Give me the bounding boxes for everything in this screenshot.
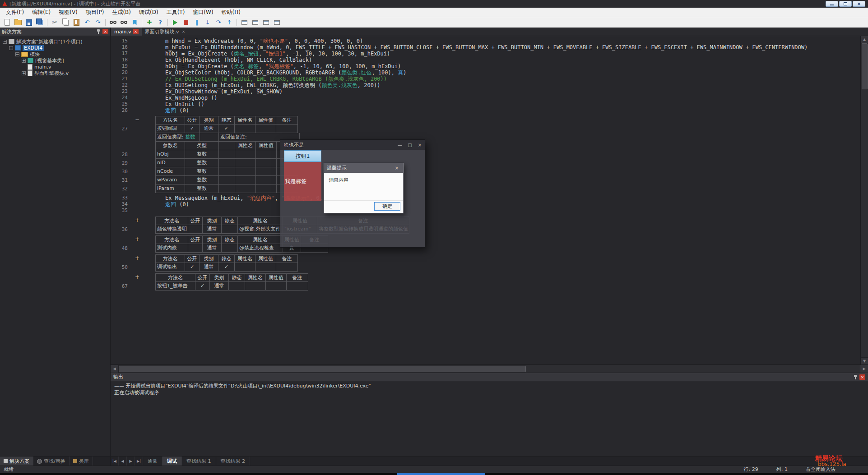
table-cell[interactable] xyxy=(255,263,276,272)
table-header-cell[interactable]: 类别 xyxy=(203,217,222,225)
vertical-scroll-thumb[interactable] xyxy=(862,43,868,89)
table-header-cell[interactable]: 参数名 xyxy=(156,142,185,150)
table-cell[interactable]: 返回值类型: 整数 xyxy=(156,133,200,142)
close-tab-icon[interactable]: × xyxy=(181,29,186,34)
table-cell[interactable] xyxy=(245,282,266,291)
window-layout-1-icon[interactable] xyxy=(239,18,249,27)
expander-icon[interactable]: + xyxy=(22,59,26,63)
vertical-scrollbar[interactable]: ▲ ▼ xyxy=(860,36,868,364)
table-cell[interactable] xyxy=(219,184,235,193)
table-cell[interactable]: 颜色转换透明 xyxy=(156,225,188,234)
table-cell[interactable] xyxy=(256,167,277,176)
editor-tab[interactable]: 界面引擎模块.v× xyxy=(142,28,190,36)
table-header-cell[interactable]: 方法名 xyxy=(156,254,185,263)
table-header-cell[interactable]: 类别 xyxy=(203,235,222,244)
table-header-cell[interactable]: 方法名 xyxy=(156,116,185,125)
window-layout-3-icon[interactable] xyxy=(261,18,271,27)
table-header-cell[interactable]: 公开 xyxy=(185,254,200,263)
tree-item[interactable]: −模块 xyxy=(0,51,110,57)
table-cell[interactable]: 通常 xyxy=(200,125,218,133)
table-header-cell[interactable]: 备注 xyxy=(276,254,298,263)
code-line[interactable]: 22Ex_DUISetLong (m_hExDui, EWL_CRBKG, 颜色… xyxy=(111,82,861,88)
table-header-cell[interactable]: 方法名 xyxy=(156,217,188,225)
table-header-cell[interactable]: 属性名 xyxy=(245,273,266,282)
fold-marker[interactable]: + xyxy=(133,235,155,244)
table-cell[interactable]: hObj xyxy=(156,150,185,159)
debug-app-titlebar[interactable]: 啥也不是 — □ × xyxy=(280,140,425,150)
help-icon[interactable]: ? xyxy=(155,18,165,27)
ok-button[interactable]: 确定 xyxy=(374,202,400,211)
fold-marker[interactable]: + xyxy=(133,217,155,225)
table-cell[interactable] xyxy=(256,176,277,184)
code-line[interactable]: 24Ex_WndMsgLoop () xyxy=(111,95,861,101)
table-cell[interactable] xyxy=(219,176,235,184)
output-tab[interactable]: 查找结果 2 xyxy=(216,457,251,466)
table-cell[interactable]: 整数 xyxy=(185,176,219,184)
table-header-cell[interactable] xyxy=(219,142,235,150)
code-line[interactable]: 20Ex_ObjSetColor (hObj, COLOR_EX_BACKGRO… xyxy=(111,69,861,76)
table-cell[interactable]: 通常 xyxy=(203,244,222,253)
table-cell[interactable]: lParam xyxy=(156,184,185,193)
table-header-cell[interactable]: 类型 xyxy=(185,142,219,150)
nav-first-icon[interactable]: |◀ xyxy=(111,457,119,466)
table-header-cell[interactable]: 属性名 xyxy=(235,142,256,150)
tree-item[interactable]: main.v xyxy=(0,64,110,70)
undo-icon[interactable]: ↶ xyxy=(82,18,92,27)
tree-item[interactable]: +界面引擎模块.v xyxy=(0,70,110,76)
table-cell[interactable] xyxy=(219,150,235,159)
table-cell[interactable]: @视窗.外部头文件 xyxy=(238,225,283,234)
table-cell[interactable] xyxy=(255,125,276,133)
nav-next-icon[interactable]: ▶ xyxy=(127,457,135,466)
table-cell[interactable] xyxy=(235,263,255,272)
code-line[interactable]: 35 xyxy=(111,208,861,214)
side-tab[interactable]: 查找/替换 xyxy=(33,457,70,466)
table-header-cell[interactable]: 公开 xyxy=(188,235,203,244)
open-file-icon[interactable] xyxy=(13,18,23,27)
scroll-left-icon[interactable]: ◀ xyxy=(111,365,119,373)
save-all-icon[interactable] xyxy=(35,18,45,27)
menu-item[interactable]: 项目(P) xyxy=(82,8,108,17)
table-header-cell[interactable]: 属性名 xyxy=(235,254,255,263)
side-tab[interactable]: 解决方案 xyxy=(0,457,33,466)
break-all-icon[interactable]: ‖ xyxy=(192,18,202,27)
step-out-icon[interactable]: ↑ xyxy=(224,18,234,27)
table-cell[interactable] xyxy=(222,225,238,234)
menu-item[interactable]: 视图(V) xyxy=(55,8,82,17)
scroll-down-icon[interactable]: ▼ xyxy=(861,357,868,364)
table-header-cell[interactable]: 类别 xyxy=(210,273,229,282)
minimize-button[interactable] xyxy=(826,1,838,7)
menu-item[interactable]: 工具(T) xyxy=(162,8,189,17)
table-cell[interactable]: 整数 xyxy=(185,150,219,159)
bookmark-icon[interactable] xyxy=(130,18,139,27)
table-cell[interactable] xyxy=(219,167,235,176)
table-header-cell[interactable]: 属性值 xyxy=(266,273,287,282)
table-cell[interactable]: 通常 xyxy=(210,282,229,291)
find-icon[interactable] xyxy=(108,18,118,27)
menu-item[interactable]: 生成(B) xyxy=(108,8,135,17)
panel-close-icon[interactable]: × xyxy=(102,29,108,34)
table-cell[interactable]: @禁止流程检查 xyxy=(238,244,283,253)
redo-icon[interactable]: ↷ xyxy=(93,18,103,27)
output-tab[interactable]: 调试 xyxy=(162,457,182,466)
side-tab[interactable]: 类库 xyxy=(70,457,93,466)
table-header-cell[interactable]: 方法名 xyxy=(156,235,188,244)
message-box-titlebar[interactable]: 温馨提示 × xyxy=(324,163,403,173)
fold-marker[interactable]: − xyxy=(133,116,155,125)
table-cell[interactable] xyxy=(235,150,256,159)
find-in-files-icon[interactable] xyxy=(119,18,129,27)
tree-item[interactable]: +[视窗基本类] xyxy=(0,57,110,64)
table-cell[interactable] xyxy=(188,244,203,253)
tree-item[interactable]: −解决方案"新建项目"(1个项目) xyxy=(0,38,110,45)
table-header-cell[interactable]: 属性名 xyxy=(238,235,283,244)
debug-minimize-icon[interactable]: — xyxy=(395,140,405,150)
table-cell[interactable]: 通常 xyxy=(203,225,222,234)
output-tab[interactable]: 通常 xyxy=(143,457,162,466)
table-header-cell[interactable]: 属性名 xyxy=(238,217,283,225)
table-cell[interactable]: 按钮1_被单击 xyxy=(156,282,195,291)
close-button[interactable]: × xyxy=(853,1,865,7)
paste-icon[interactable] xyxy=(71,18,81,27)
table-cell[interactable]: 按钮回调 xyxy=(156,125,185,133)
code-line[interactable]: 34返回 (0) xyxy=(111,201,861,208)
table-header-cell[interactable]: 属性值 xyxy=(256,142,277,150)
close-tab-icon[interactable]: × xyxy=(133,29,139,34)
